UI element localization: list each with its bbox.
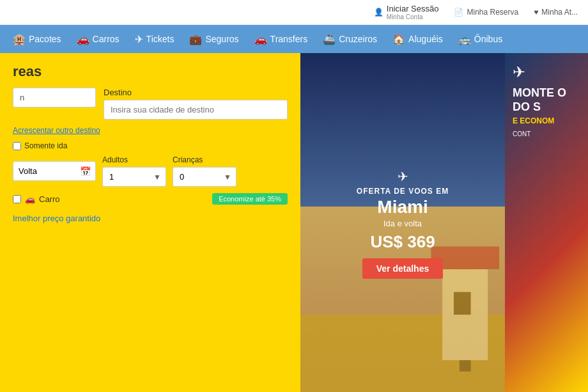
nav-alugueis-label: Aluguéis [408,34,443,44]
promo-side-cta: CONT [513,130,566,137]
carro-label: Carro [39,194,60,204]
cruzeiros-icon: 🚢 [323,33,336,45]
origin-dest-row: Destino [13,88,288,120]
economize-badge: Economize até 35% [212,193,288,205]
nav-onibus-label: Ônibus [474,34,502,44]
date-pax-row: 📅 Adultos 1 2 3 4 ▼ Criança [13,155,288,187]
promo-side-sub: E ECONOM [513,116,566,125]
ver-detalhes-button[interactable]: Ver detalhes [362,258,444,279]
svg-rect-4 [454,292,471,315]
nav-pacotes-label: Pacotes [29,34,61,44]
nav-tickets[interactable]: ✈ Tickets [127,25,182,53]
main-area: reas Destino Acrescentar outro destino S… [0,53,588,392]
promo-price: US$ 369 [357,232,449,252]
promo-side-content: ✈ MONTE ODO S E ECONOM CONT [513,63,566,137]
iniciar-sessao-label: Iniciar Sessão [387,4,439,13]
adults-select[interactable]: 1 2 3 4 [102,167,166,187]
add-dest-link[interactable]: Acrescentar outro destino [13,126,288,135]
nav-carros[interactable]: 🚗 Carros [69,25,127,53]
nav-transfers-label: Transfers [270,34,308,44]
adults-group: Adultos 1 2 3 4 ▼ [102,155,166,187]
promo-miami[interactable]: ✈ OFERTA DE VOOS EM Miami Ida e volta US… [300,53,505,392]
melhor-preco-link[interactable]: Imelhor preço garantido [13,214,288,223]
somente-ida-label: Somente ida [24,141,67,150]
search-panel: reas Destino Acrescentar outro destino S… [0,53,300,392]
promo-subtitle: OFERTA DE VOOS EM [357,187,449,196]
promo-type: Ida e volta [357,219,449,228]
transfers-icon: 🚗 [254,33,267,45]
dest-label: Destino [104,88,288,97]
nav-seguros-label: Seguros [205,34,238,44]
nav-alugueis[interactable]: 🏠 Aluguéis [385,25,451,53]
children-group: Crianças 0 1 2 3 ▼ [173,155,236,187]
document-icon: 📄 [454,8,463,17]
nav-onibus[interactable]: 🚌 Ônibus [451,25,510,53]
heart-icon: ♥ [534,8,538,17]
promo-miami-content: ✈ OFERTA DE VOOS EM Miami Ida e volta US… [357,169,449,279]
alugueis-icon: 🏠 [392,33,405,45]
nav-bar: 🏨 Pacotes 🚗 Carros ✈ Tickets 💼 Seguros 🚗… [0,25,588,53]
promo-plane-icon: ✈ [357,169,449,184]
minha-reserva-item[interactable]: 📄 Minha Reserva [454,8,518,17]
carro-row: 🚗 Carro Economize até 35% [13,193,288,205]
promo-city: Miami [357,197,449,217]
somente-ida-row: Somente ida [13,141,288,150]
calendar-icon: 📅 [80,166,91,176]
nav-seguros[interactable]: 💼 Seguros [182,25,246,53]
onibus-icon: 🚌 [458,33,471,45]
children-select[interactable]: 0 1 2 3 [173,167,236,187]
panel-title-text: reas [13,63,42,79]
person-icon: 👤 [374,8,383,17]
nav-tickets-label: Tickets [146,34,174,44]
minha-conta-label: Minha Conta [387,13,439,20]
volta-wrapper: 📅 [13,161,96,181]
pacotes-icon: 🏨 [13,33,26,45]
carro-left: 🚗 Carro [13,194,60,204]
children-label: Crianças [173,155,236,164]
page-wrapper: 👤 Iniciar Sessão Minha Conta 📄 Minha Res… [0,0,588,392]
adults-select-wrapper: 1 2 3 4 ▼ [102,167,166,187]
nav-carros-label: Carros [93,34,120,44]
carro-checkbox[interactable] [13,195,21,203]
minha-atividade-item[interactable]: ♥ Minha At... [534,8,578,17]
seguros-icon: 💼 [189,33,202,45]
origin-input[interactable] [13,88,96,107]
promo-panels: ✈ OFERTA DE VOOS EM Miami Ida e volta US… [300,53,588,392]
panel-title: reas [13,63,288,80]
nav-pacotes[interactable]: 🏨 Pacotes [5,25,69,53]
tickets-icon: ✈ [135,33,143,45]
promo-side-title: MONTE ODO S [513,86,566,114]
nav-cruzeiros[interactable]: 🚢 Cruzeiros [315,25,385,53]
origin-group [13,88,96,120]
nav-transfers[interactable]: 🚗 Transfers [247,25,316,53]
dest-group: Destino [104,88,288,120]
carros-icon: 🚗 [77,33,89,45]
adults-label: Adultos [102,155,166,164]
promo-side-plane-icon: ✈ [513,63,566,81]
car-icon: 🚗 [25,194,35,204]
minha-atividade-label: Minha At... [541,8,578,17]
nav-cruzeiros-label: Cruzeiros [339,34,377,44]
children-select-wrapper: 0 1 2 3 ▼ [173,167,236,187]
minha-reserva-label: Minha Reserva [467,8,518,17]
iniciar-sessao-item[interactable]: 👤 Iniciar Sessão Minha Conta [374,4,439,20]
somente-ida-checkbox[interactable] [13,142,21,150]
dest-input[interactable] [104,100,288,120]
top-bar: 👤 Iniciar Sessão Minha Conta 📄 Minha Res… [0,0,588,25]
promo-side[interactable]: ✈ MONTE ODO S E ECONOM CONT [505,53,588,392]
